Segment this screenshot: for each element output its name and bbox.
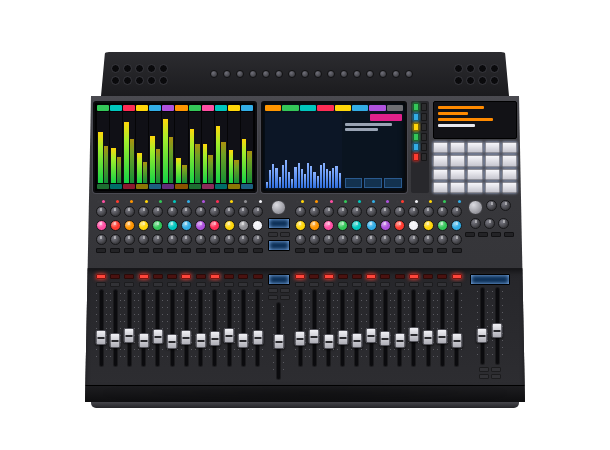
mute-button[interactable] xyxy=(395,274,405,279)
select-button[interactable] xyxy=(167,282,177,287)
fader-cap[interactable] xyxy=(423,330,434,345)
select-button[interactable] xyxy=(139,282,149,287)
module-button[interactable] xyxy=(491,374,501,379)
channel-function-button[interactable] xyxy=(124,248,134,253)
pan-knob[interactable] xyxy=(394,234,405,245)
rear-knob[interactable] xyxy=(314,70,322,78)
rear-knob[interactable] xyxy=(262,70,270,78)
channel-color-knob[interactable] xyxy=(110,220,121,231)
mute-button[interactable] xyxy=(295,274,305,279)
channel-color-knob[interactable] xyxy=(152,220,163,231)
mute-button[interactable] xyxy=(366,274,376,279)
pan-knob[interactable] xyxy=(323,234,334,245)
mute-button[interactable] xyxy=(309,274,319,279)
module-button[interactable] xyxy=(280,288,290,293)
module-button[interactable] xyxy=(479,367,489,372)
channel-color-knob[interactable] xyxy=(167,220,178,231)
module-button[interactable] xyxy=(491,367,501,372)
select-button[interactable] xyxy=(110,282,120,287)
fader-cap[interactable] xyxy=(167,334,178,349)
master-knob[interactable] xyxy=(486,200,497,211)
select-button[interactable] xyxy=(196,282,206,287)
mute-button[interactable] xyxy=(153,274,163,279)
gain-knob[interactable] xyxy=(423,206,434,217)
channel-function-button[interactable] xyxy=(153,248,163,253)
select-button[interactable] xyxy=(181,282,191,287)
pan-knob[interactable] xyxy=(110,234,121,245)
fader-cap[interactable] xyxy=(110,333,121,348)
channel-function-button[interactable] xyxy=(338,248,348,253)
mute-button[interactable] xyxy=(139,274,149,279)
screen-side-button[interactable] xyxy=(413,133,419,141)
keypad-key[interactable] xyxy=(502,169,517,180)
mute-button[interactable] xyxy=(167,274,177,279)
fader-cap[interactable] xyxy=(238,333,249,348)
module-button[interactable] xyxy=(479,374,489,379)
module-button[interactable] xyxy=(268,295,278,300)
channel-function-button[interactable] xyxy=(409,248,419,253)
master-button[interactable] xyxy=(478,232,488,237)
keypad-key[interactable] xyxy=(433,169,448,180)
channel-meter-screen[interactable] xyxy=(93,101,257,193)
fader-cap[interactable] xyxy=(195,333,206,348)
channel-function-button[interactable] xyxy=(324,248,334,253)
function-tile[interactable] xyxy=(387,105,403,111)
keypad-key[interactable] xyxy=(485,182,500,193)
channel-color-knob[interactable] xyxy=(337,220,348,231)
function-tile[interactable] xyxy=(265,105,281,111)
pan-knob[interactable] xyxy=(380,234,391,245)
mute-button[interactable] xyxy=(324,274,334,279)
rear-knob[interactable] xyxy=(223,70,231,78)
keypad-key[interactable] xyxy=(502,142,517,153)
keypad-key[interactable] xyxy=(467,142,482,153)
select-button[interactable] xyxy=(295,282,305,287)
select-button[interactable] xyxy=(437,282,447,287)
main-touch-screen[interactable] xyxy=(261,101,407,193)
fader-cap[interactable] xyxy=(477,328,488,343)
rear-knob[interactable] xyxy=(249,70,257,78)
channel-color-knob[interactable] xyxy=(394,220,405,231)
screen-side-button[interactable] xyxy=(413,103,419,111)
gain-knob[interactable] xyxy=(408,206,419,217)
gain-knob[interactable] xyxy=(451,206,462,217)
screen-side-button[interactable] xyxy=(421,143,427,151)
screen-side-button[interactable] xyxy=(413,143,419,151)
rear-knob[interactable] xyxy=(301,70,309,78)
channel-color-knob[interactable] xyxy=(181,220,192,231)
rear-knob[interactable] xyxy=(392,70,400,78)
master-knob[interactable] xyxy=(500,200,511,211)
keypad-key[interactable] xyxy=(450,155,465,166)
mute-button[interactable] xyxy=(409,274,419,279)
channel-function-button[interactable] xyxy=(352,248,362,253)
mute-button[interactable] xyxy=(238,274,248,279)
channel-color-knob[interactable] xyxy=(309,220,320,231)
channel-color-knob[interactable] xyxy=(366,220,377,231)
gain-knob[interactable] xyxy=(394,206,405,217)
gain-knob[interactable] xyxy=(138,206,149,217)
channel-color-knob[interactable] xyxy=(351,220,362,231)
select-button[interactable] xyxy=(324,282,334,287)
fader-cap[interactable] xyxy=(451,333,462,348)
keypad-key[interactable] xyxy=(467,169,482,180)
select-button[interactable] xyxy=(96,282,106,287)
mute-button[interactable] xyxy=(437,274,447,279)
channel-function-button[interactable] xyxy=(181,248,191,253)
mute-button[interactable] xyxy=(210,274,220,279)
channel-color-knob[interactable] xyxy=(380,220,391,231)
mute-button[interactable] xyxy=(253,274,263,279)
module-button[interactable] xyxy=(280,232,290,237)
keypad-key[interactable] xyxy=(450,182,465,193)
channel-color-knob[interactable] xyxy=(124,220,135,231)
fader-cap[interactable] xyxy=(224,328,235,343)
gain-knob[interactable] xyxy=(124,206,135,217)
keypad-key[interactable] xyxy=(467,155,482,166)
channel-color-knob[interactable] xyxy=(96,220,107,231)
gain-knob[interactable] xyxy=(366,206,377,217)
pan-knob[interactable] xyxy=(366,234,377,245)
pan-knob[interactable] xyxy=(295,234,306,245)
gain-knob[interactable] xyxy=(437,206,448,217)
channel-function-button[interactable] xyxy=(196,248,206,253)
select-button[interactable] xyxy=(423,282,433,287)
keypad-key[interactable] xyxy=(485,155,500,166)
fader-cap[interactable] xyxy=(209,331,220,346)
